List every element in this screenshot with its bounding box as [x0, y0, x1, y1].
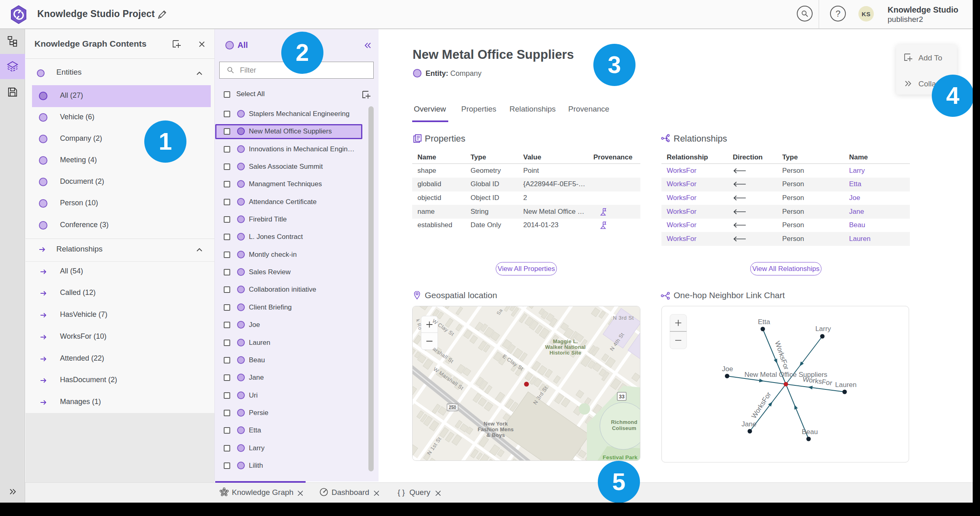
svg-text:Etta: Etta [758, 318, 770, 326]
svg-text:Maggie L.: Maggie L. [553, 338, 578, 344]
svg-text:WorksFor: WorksFor [773, 340, 790, 371]
svg-text:Joe: Joe [722, 365, 733, 373]
svg-text:Coliseum: Coliseum [612, 425, 636, 431]
svg-text:Historic Site: Historic Site [550, 350, 581, 356]
svg-text:N 3rd St: N 3rd St [613, 315, 634, 321]
svg-text:WorksFor: WorksFor [802, 375, 833, 387]
svg-text:Festival Park: Festival Park [603, 454, 638, 460]
svg-text:Jane: Jane [742, 420, 757, 428]
svg-text:Beau: Beau [802, 428, 818, 436]
svg-text:Walker National: Walker National [545, 344, 586, 350]
svg-text:33: 33 [619, 394, 625, 400]
svg-text:Lauren: Lauren [835, 381, 857, 389]
svg-text:Richmond: Richmond [611, 419, 637, 425]
svg-text:New York: New York [484, 421, 508, 427]
svg-text:Fashion Mens: Fashion Mens [477, 426, 514, 432]
svg-text:250: 250 [449, 405, 456, 410]
svg-text:Larry: Larry [815, 325, 831, 333]
svg-text:& Boys: & Boys [486, 432, 505, 438]
